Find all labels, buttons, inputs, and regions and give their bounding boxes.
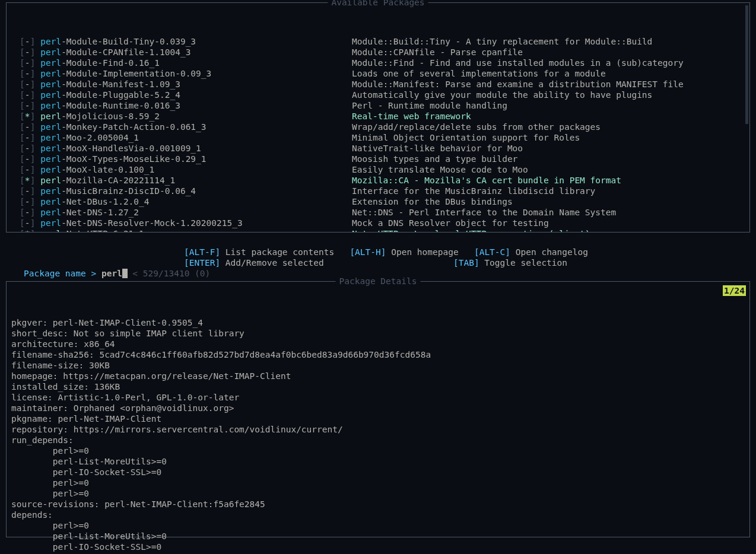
package-row[interactable]: [-] perl-Module-Manifest-1.09_3Module::M… xyxy=(9,79,747,90)
package-row[interactable]: [-] perl-Module-Pluggable-5.2_4Automatic… xyxy=(9,90,747,100)
gutter xyxy=(9,79,20,90)
bracket-close: ] xyxy=(30,90,36,100)
package-details-body[interactable]: 1/24 pkgver: perl-Net-IMAP-Client-0.9505… xyxy=(7,282,749,554)
bracket-open: [ xyxy=(20,165,25,174)
package-list[interactable]: [-] perl-Module-Build-Tiny-0.039_3Module… xyxy=(7,3,749,232)
package-row[interactable]: [*] perl-Mozilla-CA-20221114_1Mozilla::C… xyxy=(9,175,747,186)
selection-mark-icon: * xyxy=(25,175,30,186)
bracket-close: ] xyxy=(30,101,36,110)
selection-mark-icon: - xyxy=(25,47,30,58)
package-name: -MusicBrainz-DiscID-0.06_4 xyxy=(61,186,196,196)
bracket-open: [ xyxy=(20,186,25,196)
detail-line: perl-IO-Socket-SSL>=0 xyxy=(11,467,745,477)
cursor-icon xyxy=(122,269,128,278)
bracket-close: ] xyxy=(30,58,36,68)
selection-mark-icon: - xyxy=(25,79,30,90)
package-row[interactable]: [-] perl-Module-Runtime-0.016_3Perl - Ru… xyxy=(9,100,747,111)
package-name: -MooX-late-0.100_1 xyxy=(61,165,154,174)
package-row[interactable]: [-] perl-Module-Implementation-0.09_3Loa… xyxy=(9,68,747,79)
package-name: -Module-Implementation-0.09_3 xyxy=(61,69,211,78)
selection-mark-icon: - xyxy=(25,218,30,228)
gutter xyxy=(9,68,20,79)
package-prefix: perl xyxy=(40,186,61,196)
bracket-open: [ xyxy=(20,144,25,153)
bracket-open: [ xyxy=(20,176,25,185)
package-row[interactable]: [-] perl-MooX-Types-MooseLike-0.29_1Moos… xyxy=(9,154,747,164)
gutter xyxy=(9,175,20,186)
package-name: -Net-DNS-Resolver-Mock-1.20200215_3 xyxy=(61,218,243,228)
bracket-close: ] xyxy=(30,176,36,185)
package-row[interactable]: [-] perl-Module-CPANfile-1.1004_3Module:… xyxy=(9,47,747,58)
package-name: -Module-Manifest-1.09_3 xyxy=(61,79,180,89)
package-row[interactable]: [-] perl-Moo-2.005004_1Minimal Object Or… xyxy=(9,132,747,143)
package-prefix: perl xyxy=(40,208,61,217)
detail-line: filename-sha256: 5cad7c4c846c1ff60afb82d… xyxy=(11,349,745,360)
detail-line: filename-size: 30KB xyxy=(11,360,745,371)
package-row[interactable]: [-] perl-MooX-HandlesVia-0.001009_1Nativ… xyxy=(9,143,747,154)
detail-line: pkgver: perl-Net-IMAP-Client-0.9505_4 xyxy=(11,317,745,328)
gutter xyxy=(9,122,20,132)
package-desc: Real-time web framework xyxy=(352,111,747,122)
package-row[interactable]: [-] perl-Net-DBus-1.2.0_4Extension for t… xyxy=(9,196,747,207)
package-desc: Loads one of several implementations for… xyxy=(352,68,747,79)
key-alt-f: [ALT-F] xyxy=(184,247,220,257)
package-desc: Easily translate Moose code to Moo xyxy=(352,164,747,175)
package-row[interactable]: [-] perl-MooX-late-0.100_1Easily transla… xyxy=(9,164,747,175)
bracket-close: ] xyxy=(30,197,36,206)
package-desc: Module::Manifest: Parse and examine a di… xyxy=(352,79,747,90)
package-prefix: perl xyxy=(40,47,61,57)
package-name: -Net-HTTP-6.21_1 xyxy=(61,229,144,232)
package-name: -Net-DBus-1.2.0_4 xyxy=(61,197,149,206)
bracket-close: ] xyxy=(30,154,36,164)
available-packages-panel: Available Packages [-] perl-Module-Build… xyxy=(6,2,750,233)
gutter xyxy=(9,164,20,175)
package-row[interactable]: [*] perl-Mojolicious-8.59_2Real-time web… xyxy=(9,111,747,122)
package-name: -Module-Runtime-0.016_3 xyxy=(61,101,180,110)
package-prefix: perl xyxy=(40,101,61,110)
bracket-close: ] xyxy=(30,79,36,89)
bracket-open: [ xyxy=(20,218,25,228)
package-row[interactable]: [-] perl-Net-DNS-1.27_2Net::DNS - Perl I… xyxy=(9,207,747,218)
package-name: -Mojolicious-8.59_2 xyxy=(61,112,160,121)
filter-input[interactable]: perl xyxy=(101,269,122,278)
gutter xyxy=(9,186,20,196)
package-prefix: perl xyxy=(40,69,61,78)
scrollbar-icon[interactable] xyxy=(745,5,748,124)
package-desc: Wrap/add/replace/delete subs from other … xyxy=(352,122,747,132)
package-prefix: perl xyxy=(40,90,61,100)
package-prefix: perl xyxy=(40,133,61,142)
gutter xyxy=(9,154,20,164)
selection-mark-icon: * xyxy=(25,228,30,232)
gutter xyxy=(9,111,20,122)
gutter xyxy=(9,196,20,207)
package-name: -Mozilla-CA-20221114_1 xyxy=(61,176,175,185)
detail-line: installed_size: 136KB xyxy=(11,381,745,392)
package-row[interactable]: [-] perl-MusicBrainz-DiscID-0.06_4Interf… xyxy=(9,186,747,196)
package-row[interactable]: [-] perl-Module-Find-0.16_1Module::Find … xyxy=(9,58,747,68)
package-name: -MooX-Types-MooseLike-0.29_1 xyxy=(61,154,206,164)
package-name: -MooX-HandlesVia-0.001009_1 xyxy=(61,144,201,153)
package-prefix: perl xyxy=(40,58,61,68)
package-row[interactable]: [-] perl-Monkey-Patch-Action-0.061_3Wrap… xyxy=(9,122,747,132)
package-name: -Monkey-Patch-Action-0.061_3 xyxy=(61,122,206,132)
gutter xyxy=(9,47,20,58)
page-indicator: 1/24 xyxy=(723,285,746,296)
bracket-close: ] xyxy=(30,112,36,121)
key-tab: [TAB] xyxy=(453,258,479,268)
gutter xyxy=(9,228,20,232)
package-row[interactable]: [*] perl-Net-HTTP-6.21_1Net::HTTP - Low-… xyxy=(9,228,747,232)
package-row[interactable]: [-] perl-Net-DNS-Resolver-Mock-1.2020021… xyxy=(9,218,747,228)
package-row[interactable]: [-] perl-Module-Build-Tiny-0.039_3Module… xyxy=(9,36,747,47)
selection-mark-icon: - xyxy=(25,196,30,207)
bracket-close: ] xyxy=(30,186,36,196)
filter-label: Package name > xyxy=(24,269,101,278)
package-name: -Module-CPANfile-1.1004_3 xyxy=(61,47,190,57)
package-desc: Net::HTTP - Low-level HTTP connection (c… xyxy=(352,228,747,232)
package-prefix: perl xyxy=(40,79,61,89)
package-name: -Module-Build-Tiny-0.039_3 xyxy=(61,37,196,46)
bracket-open: [ xyxy=(20,37,25,46)
package-prefix: perl xyxy=(40,144,61,153)
package-desc: Moosish types and a type builder xyxy=(352,154,747,164)
package-prefix: perl xyxy=(40,37,61,46)
detail-line: perl-List-MoreUtils>=0 xyxy=(11,531,745,542)
